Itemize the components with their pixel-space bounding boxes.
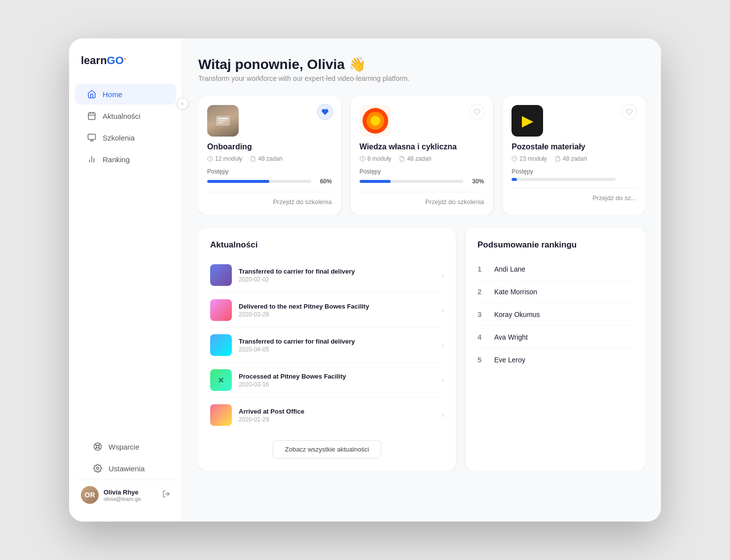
svg-line-15 [99, 444, 100, 446]
sidebar-label-home: Home [103, 90, 122, 99]
ranking-item-5: 5 Eve Leroy [477, 349, 633, 371]
course-cards-row: Onboarding 12 moduły 48 zadań Postępy [198, 96, 645, 214]
pozostale-thumbnail: ▶ [511, 105, 543, 137]
bottom-row: Aktualności Transferred to carrier for f… [198, 228, 645, 470]
logout-icon[interactable] [162, 490, 170, 500]
progress-label-2: Postępy [360, 168, 484, 175]
bullseye-2 [366, 112, 384, 130]
news-thumb-2 [210, 299, 232, 321]
news-thumb-1 [210, 264, 232, 286]
modules-meta: 12 moduły [207, 155, 242, 162]
card-link-pozostale[interactable]: Przejdź do sz... [511, 188, 636, 202]
bullseye [363, 108, 388, 134]
card-title-pozostale: Pozostałe materiały [511, 142, 636, 151]
news-item-3[interactable]: Transferred to carrier for final deliver… [210, 328, 444, 363]
news-arrow-3: › [441, 341, 444, 349]
progress-row-pozostale [511, 178, 636, 181]
ranking-num-3: 3 [477, 310, 487, 318]
news-section-title: Aktualności [210, 240, 444, 250]
news-info-4: Processed at Pitney Bowes Facility 2020-… [239, 373, 435, 388]
news-thumb-5 [210, 404, 232, 426]
card-thumb-pozostale: ▶ [511, 105, 543, 137]
sidebar-item-home[interactable]: Home [75, 84, 176, 105]
progress-pct-wiedza: 30% [468, 178, 484, 185]
see-all-news-button[interactable]: Zobacz wszystkie aktualności [273, 440, 382, 458]
home-icon [87, 89, 97, 99]
user-section: OR Olivia Rhye olivia@learn.go [75, 480, 176, 510]
progress-fill-onboarding [207, 180, 269, 183]
settings-icon [93, 463, 103, 473]
svg-rect-22 [218, 122, 223, 123]
user-name: Olivia Rhye [104, 489, 157, 496]
svg-rect-21 [218, 120, 225, 121]
svg-line-13 [99, 448, 100, 449]
ranking-name-1: Andi Lane [494, 265, 525, 273]
nav-bottom: Wsparcie Ustawienia OR Olivia Rhye olivi… [69, 435, 182, 510]
ranking-item-3: 3 Koray Okumus [477, 303, 633, 326]
card-meta-onboarding: 12 moduły 48 zadań [207, 155, 332, 162]
ranking-item-1: 1 Andi Lane [477, 258, 633, 280]
sidebar-item-wsparcie[interactable]: Wsparcie [81, 436, 170, 457]
news-info-5: Arrived at Post Office 2020-01-29 [239, 408, 435, 423]
sidebar-item-aktualnosci[interactable]: Aktualności [75, 105, 176, 126]
main-content: Witaj ponownie, Olivia 👋 Transform your … [182, 38, 661, 522]
onboarding-thumbnail [207, 105, 239, 137]
sidebar-item-szkolenia[interactable]: Szkolenia [75, 127, 176, 148]
ranking-item-4: 4 Ava Wright [477, 326, 633, 349]
course-card-pozostale[interactable]: ▶ Pozostałe materiały 23 moduły [503, 96, 645, 214]
calendar-icon [87, 111, 97, 121]
card-thumb-wiedza [360, 105, 391, 137]
card-favorite-wiedza[interactable] [469, 104, 485, 120]
news-info-1: Transferred to carrier for final deliver… [239, 268, 435, 283]
bar-chart-icon [87, 154, 97, 164]
user-email: olivia@learn.go [104, 496, 157, 502]
news-title-4: Processed at Pitney Bowes Facility [239, 373, 435, 380]
news-info-2: Delivered to the next Pitney Bowes Facil… [239, 303, 435, 318]
news-date-1: 2020-02-02 [239, 276, 435, 283]
sidebar-label-szkolenia: Szkolenia [103, 134, 135, 142]
news-date-2: 2020-03-28 [239, 311, 435, 318]
ranking-num-2: 2 [477, 287, 487, 296]
card-link-wiedza[interactable]: Przejdź do szkolenia [360, 192, 484, 206]
progress-row-onboarding: 60% [207, 178, 332, 185]
sidebar-label-ustawienia: Ustawienia [109, 464, 145, 473]
card-favorite-pozostale[interactable] [621, 104, 637, 120]
tasks-meta-2: 48 zadań [399, 155, 431, 162]
news-title-5: Arrived at Post Office [239, 408, 435, 415]
monitor-icon [87, 133, 97, 142]
news-item-1[interactable]: Transferred to carrier for final deliver… [210, 258, 444, 293]
course-card-onboarding[interactable]: Onboarding 12 moduły 48 zadań Postępy [198, 96, 341, 214]
device-frame: learnGO● Home Aktualności Szkolenia [69, 38, 661, 522]
progress-bar-onboarding [207, 180, 311, 183]
sidebar: learnGO● Home Aktualności Szkolenia [69, 38, 182, 522]
ranking-num-4: 4 [477, 333, 487, 341]
card-title-onboarding: Onboarding [207, 142, 332, 151]
card-thumb-onboarding [207, 105, 239, 137]
sidebar-item-ranking[interactable]: Ranking [75, 149, 176, 170]
support-icon [93, 442, 103, 452]
news-date-5: 2020-01-29 [239, 416, 435, 423]
progress-pct-onboarding: 60% [316, 178, 332, 185]
ranking-section-title: Podsumowanie rankingu [477, 240, 633, 250]
card-title-wiedza: Wiedza własna i cykliczna [360, 142, 484, 151]
news-thumb-4 [210, 369, 232, 391]
svg-line-12 [95, 444, 97, 446]
news-item-4[interactable]: Processed at Pitney Bowes Facility 2020-… [210, 363, 444, 398]
modules-meta-3: 23 moduły [511, 155, 547, 162]
sidebar-label-ranking: Ranking [103, 155, 130, 164]
card-link-onboarding[interactable]: Przejdź do szkolenia [207, 192, 332, 206]
news-title-1: Transferred to carrier for final deliver… [239, 268, 435, 275]
collapse-sidebar-button[interactable]: ‹ [177, 98, 188, 109]
nav-main: Home Aktualności Szkolenia Ranking [69, 83, 182, 435]
progress-bar-wiedza [360, 180, 464, 183]
news-item-5[interactable]: Arrived at Post Office 2020-01-29 › [210, 398, 444, 432]
progress-bar-pozostale [511, 178, 616, 181]
sidebar-item-ustawienia[interactable]: Ustawienia [81, 458, 170, 479]
news-thumb-3 [210, 334, 232, 356]
course-card-wiedza[interactable]: Wiedza własna i cykliczna 8 moduły 48 za… [351, 96, 493, 214]
logo-go: GO [107, 54, 124, 67]
news-item-2[interactable]: Delivered to the next Pitney Bowes Facil… [210, 293, 444, 328]
card-favorite-onboarding[interactable] [317, 104, 333, 120]
content-area: Witaj ponownie, Olivia 👋 Transform your … [182, 38, 661, 522]
svg-rect-4 [88, 134, 96, 140]
